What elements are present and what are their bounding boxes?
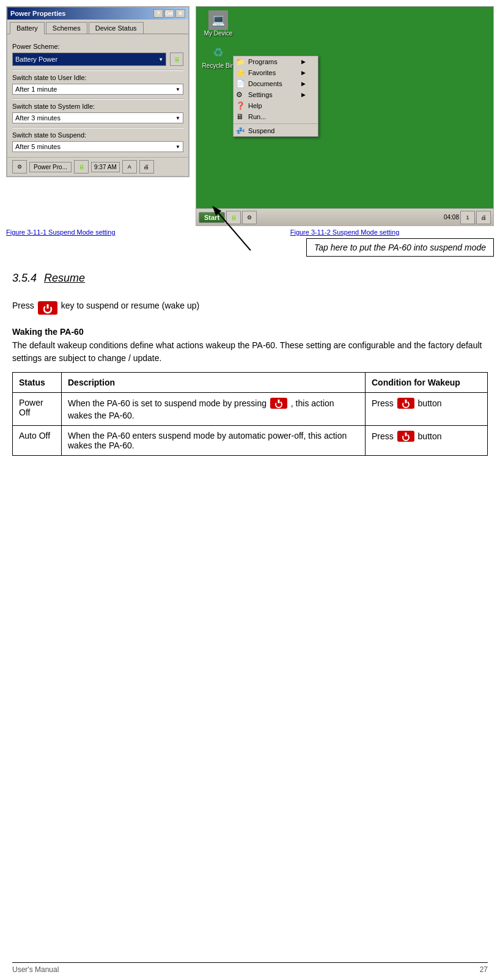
col-condition: Condition for Wakeup [366,373,488,393]
svg-rect-7 [278,400,279,403]
documents-label: Documents [248,80,282,87]
dialog-title: Power Properties [10,10,65,17]
select-arrow-icon3: ▼ [175,115,180,121]
main-content: 3.5.4 Resume Press key to suspend or res… [0,263,500,477]
keyboard-icon: A [122,160,137,174]
suspend-value: After 5 minutes [15,143,61,150]
programs-label: Programs [248,58,278,65]
my-device-icon[interactable]: 💻 My Device [200,10,237,37]
callout-area: Tap here to put the PA-60 into suspend m… [0,238,494,257]
power-scheme-value: Battery Power [15,56,57,63]
condition-auto-off: Press button [366,426,488,456]
favorites-icon: ⭐ [236,68,245,77]
help-button[interactable]: ? [153,9,163,18]
tab-battery[interactable]: Battery [10,22,45,34]
user-idle-value: After 1 minute [15,86,57,93]
context-settings[interactable]: ⚙ Settings ▶ [233,89,318,100]
section-header: 3.5.4 Resume [12,272,488,292]
wakeup-table: Status Description Condition for Wakeup … [12,372,488,456]
context-separator [233,123,318,124]
dialog-body: Power Scheme: Battery Power ▼ 🔋 Switch s… [7,34,188,157]
svg-rect-13 [405,433,406,436]
context-run[interactable]: 🖥 Run... [233,111,318,122]
select-arrow-icon: ▼ [158,57,163,62]
print-icon: 🖨 [139,160,154,174]
separator-3 [12,127,183,128]
section-number: 3.5.4 [12,272,37,285]
context-menu: 📁 Programs ▶ ⭐ Favorites ▶ 📄 Documents ▶… [233,56,318,137]
desktop-screenshot: 💻 My Device ♻ Recycle Bin 📁 Programs ▶ ⭐… [196,6,494,226]
dialog-tabs: Battery Schemes Device Status [7,20,188,34]
user-idle-row: After 1 minute ▼ [12,84,183,95]
tab-device-status[interactable]: Device Status [89,22,144,34]
settings-label: Settings [248,91,273,98]
power-btn-cond2-svg [397,431,414,442]
help-menu-icon: ❓ [236,101,245,110]
table-header-row: Status Description Condition for Wakeup [13,373,488,393]
desc-power-off: When the PA-60 is set to suspend mode by… [62,393,366,426]
user-idle-select[interactable]: After 1 minute ▼ [12,84,183,95]
titlebar-buttons: ? OK ✕ [153,9,185,18]
status-auto-off: Auto Off [13,426,62,456]
favorites-label: Favorites [248,69,276,76]
dialog-footer: ⚙ Power Pro... 🔋 9:37 AM A 🖨 [7,157,188,176]
settings-arrow-icon: ▶ [301,92,306,98]
battery-icon: 🔋 [170,53,183,66]
separator-2 [12,98,183,99]
col-status: Status [13,373,62,393]
waking-heading: Waking the PA-60 [12,327,488,337]
svg-rect-4 [46,304,48,309]
waking-description: The default wakeup conditions define wha… [12,339,488,365]
context-suspend[interactable]: 💤 Suspend [233,125,318,136]
help-label: Help [248,102,262,109]
system-idle-select[interactable]: After 3 minutes ▼ [12,112,183,123]
svg-line-0 [214,208,251,250]
desc-auto-off: When the PA-60 enters suspend mode by au… [62,426,366,456]
suspend-label: Switch state to Suspend: [12,131,183,139]
documents-icon: 📄 [236,79,245,88]
footer-left: User's Manual [12,965,59,974]
suspend-menu-icon: 💤 [236,126,245,135]
run-label: Run... [248,113,266,120]
programs-icon: 📁 [236,57,245,66]
suspend-row: After 5 minutes ▼ [12,141,183,152]
separator-1 [12,70,183,70]
context-favorites[interactable]: ⭐ Favorites ▶ [233,67,318,78]
recycle-bin-img: ♻ [208,43,228,62]
run-icon: 🖥 [236,112,243,121]
close-button[interactable]: ✕ [175,9,185,18]
system-idle-value: After 3 minutes [15,114,61,122]
press-resume-line: Press key to suspend or resume (wake up) [12,299,488,318]
settings-menu-icon: ⚙ [236,90,243,99]
desktop-time: 04:08 [444,214,459,221]
press-after-text: key to suspend or resume (wake up) [61,299,199,312]
documents-arrow-icon: ▶ [301,81,306,87]
suspend-select[interactable]: After 5 minutes ▼ [12,141,183,152]
recycle-bin-icon[interactable]: ♻ Recycle Bin [200,43,237,69]
power-btn-svg [38,301,57,315]
power-btn-cond1-svg [397,398,414,409]
section-title: Resume [44,272,85,285]
context-documents[interactable]: 📄 Documents ▶ [233,78,318,89]
context-programs[interactable]: 📁 Programs ▶ [233,56,318,67]
figure-caption-1[interactable]: Figure 3-11-1 Suspend Mode setting [6,229,189,236]
power-scheme-select[interactable]: Battery Power ▼ [12,53,166,66]
page-number: 27 [480,965,488,974]
dialog-titlebar: Power Properties ? OK ✕ [7,7,188,20]
power-pro-button[interactable]: Power Pro... [29,162,72,172]
power-btn-row1-svg [270,398,287,409]
favorites-arrow-icon: ▶ [301,70,306,76]
context-help[interactable]: ❓ Help [233,100,318,111]
callout-text: Tap here to put the PA-60 into suspend m… [314,243,486,252]
power-scheme-label: Power Scheme: [12,43,183,50]
battery-small-icon: 🔋 [74,160,89,174]
page-footer: User's Manual 27 [12,962,488,974]
tab-schemes[interactable]: Schemes [46,22,87,34]
my-device-img: 💻 [208,10,228,30]
table-row: Power Off When the PA-60 is set to suspe… [13,393,488,426]
ok-button[interactable]: OK [164,9,174,18]
programs-arrow-icon: ▶ [301,59,306,65]
condition-power-off: Press button [366,393,488,426]
table-row: Auto Off When the PA-60 enters suspend m… [13,426,488,456]
settings-icon: ⚙ [12,160,27,174]
